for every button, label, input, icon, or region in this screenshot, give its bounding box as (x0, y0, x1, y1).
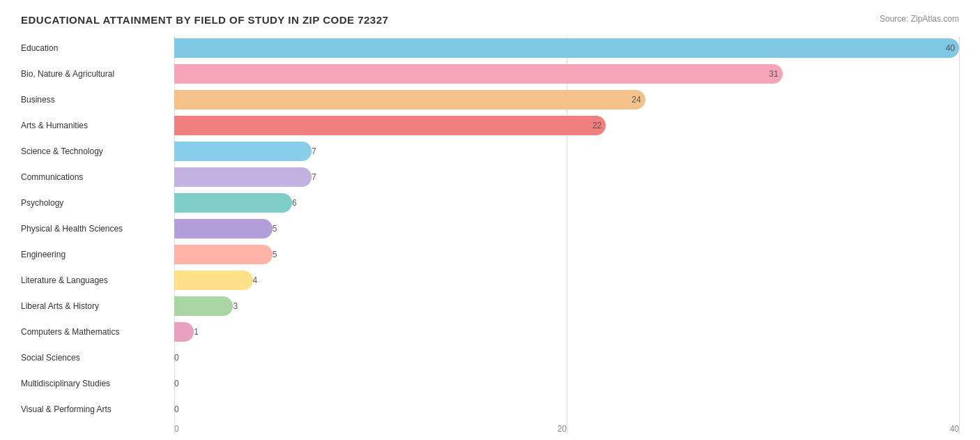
bar-row: Business 24 (21, 88, 959, 112)
bar-value: 5 (273, 224, 979, 234)
bar-label: Business (21, 95, 174, 105)
bar-container: 6 (174, 193, 959, 213)
bar (174, 193, 292, 213)
bar (174, 219, 273, 238)
bar-value: 40 (946, 43, 955, 53)
bar-container: 31 (174, 64, 959, 84)
bar (174, 296, 233, 316)
bar-label: Literature & Languages (21, 275, 174, 285)
bar (174, 167, 312, 187)
bar (174, 142, 312, 161)
bar-label: Education (21, 43, 174, 53)
bar-container: 5 (174, 245, 959, 264)
bar-value: 0 (174, 379, 979, 388)
bar-container: 3 (174, 296, 959, 316)
bar-row: Physical & Health Sciences 5 (21, 217, 959, 241)
bar-value: 7 (312, 172, 979, 182)
bar-container: 7 (174, 167, 959, 187)
bar-container: 24 (174, 90, 959, 109)
x-axis-label: 40 (950, 424, 959, 434)
bar-container: 1 (174, 322, 959, 342)
bar-row: Communications 7 (21, 165, 959, 189)
bar-label: Psychology (21, 198, 174, 208)
bar-label: Liberal Arts & History (21, 301, 174, 311)
bar-value: 7 (312, 146, 979, 156)
bar-label: Engineering (21, 250, 174, 259)
bar-label: Bio, Nature & Agricultural (21, 69, 174, 79)
bar-row: Engineering 5 (21, 243, 959, 266)
bar-row: Bio, Nature & Agricultural 31 (21, 62, 959, 86)
bar-value: 0 (174, 404, 979, 414)
bar-row: Multidisciplinary Studies 0 (21, 372, 959, 395)
bar (174, 271, 253, 290)
bar-value: 24 (631, 95, 641, 105)
bar: 40 (174, 38, 959, 58)
bar-container: 5 (174, 219, 959, 238)
bar-value: 6 (292, 198, 979, 208)
bar-row: Social Sciences 0 (21, 346, 959, 370)
bar-row: Computers & Mathematics 1 (21, 320, 959, 344)
bar-label: Computers & Mathematics (21, 327, 174, 337)
bar-row: Psychology 6 (21, 191, 959, 215)
bar: 22 (174, 116, 606, 135)
bar (174, 245, 273, 264)
bar-label: Physical & Health Sciences (21, 224, 174, 234)
bar-label: Arts & Humanities (21, 121, 174, 130)
bar-row: Science & Technology 7 (21, 139, 959, 163)
bar-row: Literature & Languages 4 (21, 268, 959, 292)
bar-container: 22 (174, 116, 959, 135)
bar-value: 1 (194, 327, 979, 337)
bar-row: Education 40 (21, 36, 959, 60)
x-axis-labels: 02040 (174, 424, 959, 434)
bar-row: Visual & Performing Arts 0 (21, 397, 959, 421)
source-label: Source: ZipAtlas.com (880, 14, 959, 24)
chart-area: Education 40 Bio, Nature & Agricultural … (21, 36, 959, 434)
x-axis-label: 20 (174, 424, 950, 434)
bar: 24 (174, 90, 645, 109)
bar-value: 22 (592, 121, 602, 130)
bar-label: Multidisciplinary Studies (21, 379, 174, 388)
bar-value: 5 (273, 250, 979, 259)
bar-value: 4 (253, 275, 979, 285)
bar (174, 322, 194, 342)
chart-wrapper: EDUCATIONAL ATTAINMENT BY FIELD OF STUDY… (21, 14, 959, 434)
bar-label: Social Sciences (21, 353, 174, 363)
bar-row: Arts & Humanities 22 (21, 114, 959, 137)
bar-container: 4 (174, 271, 959, 290)
bar-value: 0 (174, 353, 979, 363)
bar: 31 (174, 64, 783, 84)
bar-container: 40 (174, 38, 959, 58)
bar-value: 3 (233, 301, 979, 311)
chart-title: EDUCATIONAL ATTAINMENT BY FIELD OF STUDY… (21, 14, 388, 26)
bar-row: Liberal Arts & History 3 (21, 294, 959, 318)
bar-label: Visual & Performing Arts (21, 404, 174, 414)
bar-value: 31 (769, 69, 778, 79)
bar-label: Science & Technology (21, 146, 174, 156)
bar-label: Communications (21, 172, 174, 182)
grid-line (959, 36, 960, 434)
bar-container: 0 (174, 400, 959, 419)
bar-container: 0 (174, 374, 959, 393)
bar-container: 7 (174, 142, 959, 161)
bar-container: 0 (174, 348, 959, 367)
